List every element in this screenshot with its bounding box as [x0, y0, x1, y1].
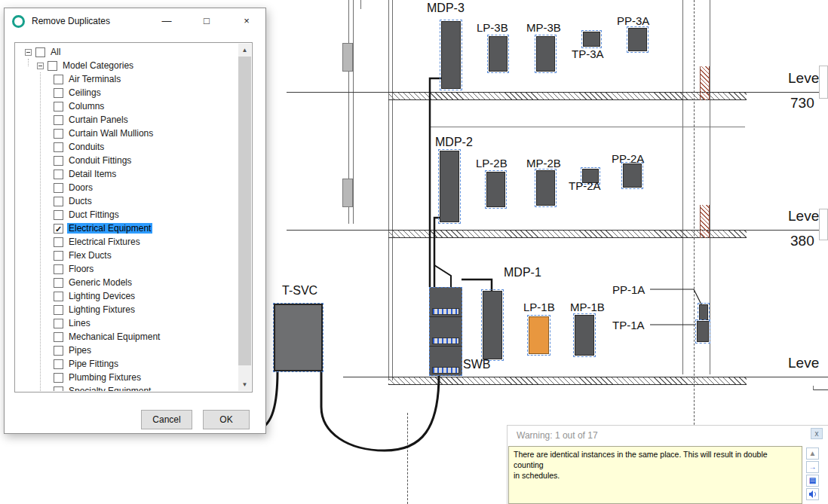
tree-item-conduits[interactable]: Conduits [16, 140, 238, 154]
close-icon[interactable]: x [811, 428, 823, 439]
checkbox[interactable] [54, 278, 63, 288]
tree-item-specialty-equipment[interactable]: Specialty Equipment [16, 384, 238, 391]
scroll-up-icon[interactable]: ▲ [806, 447, 819, 460]
tree-item-lines[interactable]: Lines [16, 316, 238, 330]
breaker-icons [432, 308, 459, 315]
tree-item-air-terminals[interactable]: Air Terminals [16, 72, 238, 86]
tree-item-label: Electrical Fixtures [67, 237, 142, 247]
tree-item-curtain-panels[interactable]: Curtain Panels [16, 113, 238, 127]
checkbox[interactable] [54, 102, 63, 111]
tree-item-lighting-fixtures[interactable]: Lighting Fixtures [16, 303, 238, 316]
tree-item-ducts[interactable]: Ducts [16, 194, 238, 208]
checkbox[interactable] [54, 373, 63, 383]
tree-item-label: Floors [67, 264, 95, 274]
scroll-down-icon[interactable]: ▼ [238, 378, 251, 391]
panel-mp-1b[interactable] [575, 315, 594, 356]
warning-message: There are identical instances in the sam… [508, 446, 802, 504]
checkbox[interactable] [54, 156, 63, 166]
panel-lp-3b[interactable] [489, 36, 508, 72]
scroll-up-icon[interactable]: ▲ [238, 44, 251, 57]
tree-rows: All Model Categories Air TerminalsCeilin… [16, 44, 238, 391]
tree-item-curtain-wall-mullions[interactable]: Curtain Wall Mullions [16, 127, 238, 140]
checkbox[interactable] [48, 61, 57, 71]
expand-warnings-icon[interactable]: ▤ [806, 475, 819, 487]
checkbox[interactable] [54, 292, 63, 301]
tree-item-pipes[interactable]: Pipes [16, 344, 238, 357]
checkbox[interactable] [54, 210, 63, 220]
level-name: Leve [788, 70, 828, 87]
checkbox[interactable] [54, 142, 63, 152]
panel-lp-1b-highlighted[interactable] [529, 316, 549, 354]
checkbox[interactable] [35, 47, 45, 57]
tree-item-flex-ducts[interactable]: Flex Ducts [16, 249, 238, 262]
checkbox[interactable] [54, 115, 63, 125]
panel-mdp-2[interactable] [440, 151, 459, 222]
checkbox[interactable] [54, 129, 63, 139]
tree-item-model-categories[interactable]: Model Categories [16, 59, 238, 72]
checkbox[interactable] [54, 359, 63, 369]
tree-item-doors[interactable]: Doors [16, 181, 238, 194]
checkbox[interactable] [54, 237, 63, 247]
checkbox[interactable] [54, 75, 63, 84]
dialog-title: Remove Duplicates [32, 16, 138, 26]
checkbox[interactable] [54, 170, 63, 179]
tree-item-duct-fittings[interactable]: Duct Fittings [16, 208, 238, 221]
panel-mp-2b[interactable] [536, 170, 555, 206]
panel-pp-3a[interactable] [628, 28, 647, 51]
maximize-icon[interactable]: □ [195, 12, 218, 30]
cancel-button[interactable]: Cancel [141, 410, 192, 429]
checkbox[interactable] [54, 224, 63, 234]
collapse-icon[interactable] [25, 49, 32, 56]
panel-tp-1a[interactable] [697, 321, 709, 342]
level-mark [813, 386, 814, 390]
audio-icon[interactable] [806, 488, 819, 500]
tree-item-plumbing-fixtures[interactable]: Plumbing Fixtures [16, 371, 238, 384]
checkbox[interactable] [54, 319, 63, 328]
panel-pp-2a[interactable] [623, 163, 642, 188]
tree-item-label: Model Categories [61, 60, 135, 71]
tree-scrollbar[interactable]: ▲ ▼ [238, 44, 251, 391]
panel-mdp-1[interactable] [483, 291, 502, 359]
checkbox[interactable] [54, 305, 63, 315]
tree-item-electrical-equipment[interactable]: Electrical Equipment [16, 221, 238, 235]
checkbox[interactable] [54, 386, 63, 392]
tree-item-floors[interactable]: Floors [16, 262, 238, 276]
checkbox[interactable] [54, 88, 63, 98]
tree-item-label: Ceilings [67, 87, 103, 98]
tree-item-lighting-devices[interactable]: Lighting Devices [16, 289, 238, 303]
dialog-titlebar[interactable]: Remove Duplicates — □ × [5, 8, 265, 34]
checkbox[interactable] [54, 332, 63, 342]
panel-mdp-3[interactable] [441, 21, 461, 89]
tree-item-ceilings[interactable]: Ceilings [16, 86, 238, 99]
tree-item-mechanical-equipment[interactable]: Mechanical Equipment [16, 330, 238, 344]
minimize-icon[interactable]: — [155, 12, 178, 30]
wall-line [388, 0, 389, 380]
label-lp-3b: LP-3B [477, 21, 508, 34]
ok-button[interactable]: OK [203, 410, 250, 429]
transformer-t-svc[interactable] [274, 304, 323, 371]
tree-item-all[interactable]: All [16, 45, 238, 59]
tree-item-label: Conduit Fittings [67, 155, 133, 166]
next-warning-icon[interactable]: → [806, 461, 819, 473]
tree-item-label: Pipes [67, 345, 93, 356]
collapse-icon[interactable] [37, 63, 44, 69]
checkbox[interactable] [54, 197, 63, 206]
switchboard-swb[interactable] [429, 287, 462, 376]
tree-item-detail-items[interactable]: Detail Items [16, 167, 238, 181]
checkbox[interactable] [54, 251, 63, 261]
tree-item-columns[interactable]: Columns [16, 99, 238, 113]
tree-item-pipe-fittings[interactable]: Pipe Fittings [16, 357, 238, 371]
panel-lp-2b[interactable] [486, 172, 505, 207]
tree-item-electrical-fixtures[interactable]: Electrical Fixtures [16, 235, 238, 249]
checkbox[interactable] [54, 183, 63, 193]
checkbox[interactable] [54, 346, 63, 356]
panel-pp-1a[interactable] [699, 304, 708, 320]
tree-item-label: Lines [67, 318, 92, 328]
tree-item-conduit-fittings[interactable]: Conduit Fittings [16, 154, 238, 167]
checkbox[interactable] [54, 264, 63, 274]
panel-tp-3a[interactable] [583, 32, 600, 47]
tree-item-generic-models[interactable]: Generic Models [16, 276, 238, 289]
panel-mp-3b[interactable] [536, 36, 555, 72]
scrollbar-thumb[interactable] [238, 57, 251, 365]
close-icon[interactable]: × [235, 12, 258, 30]
